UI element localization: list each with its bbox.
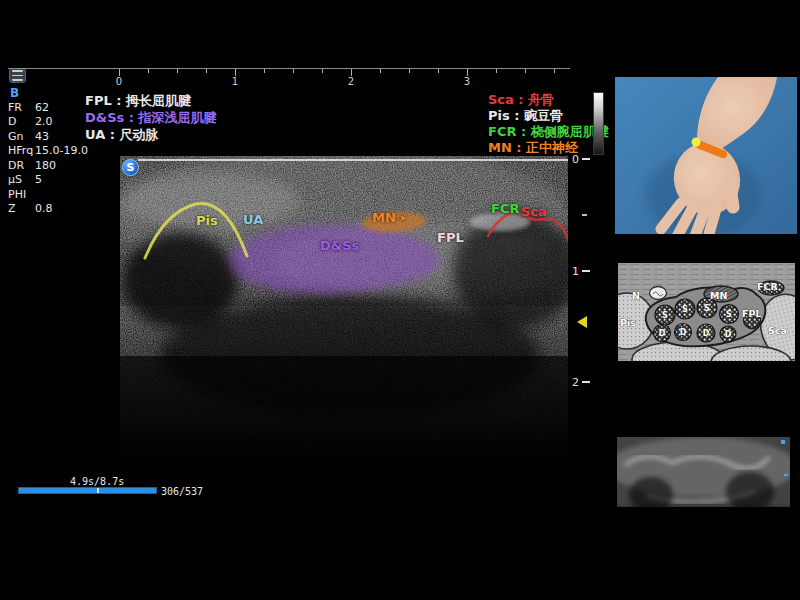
diagram-label-fcr: FCR — [757, 281, 778, 292]
diagram-label-n: N — [632, 290, 640, 301]
focus-marker-arrow[interactable] — [577, 316, 587, 328]
ruler-tick-label: 0 — [109, 76, 129, 87]
ruler-tick — [206, 69, 207, 73]
ruler-tick-label: 2 — [341, 76, 361, 87]
param-value: 0.8 — [35, 202, 53, 217]
ultrasound-image: S PisUAD&SsMN ➤FPLFCRSca — [120, 156, 568, 462]
grayscale-bar — [593, 92, 604, 155]
depth-tick: 1 — [572, 266, 590, 276]
ruler-tick — [467, 69, 468, 76]
param-row: μS5 — [8, 173, 108, 188]
depth-tick: 2 — [572, 377, 590, 387]
svg-text:D: D — [659, 329, 666, 338]
param-label: Gn — [8, 130, 35, 145]
ruler-tick — [438, 69, 439, 73]
us-label-dss: D&Ss — [320, 238, 359, 253]
ruler-tick — [119, 69, 120, 76]
thumb-edge-mark — [784, 474, 788, 476]
playhead[interactable] — [97, 488, 99, 493]
param-row: DR180 — [8, 159, 108, 174]
legend-item-sca: Sca : 舟骨 — [488, 92, 609, 108]
legend-left: FPL : 拇长屈肌腱D&Ss : 指深浅屈肌腱UA : 尺动脉 — [85, 92, 216, 143]
param-value: 5 — [35, 173, 42, 188]
playback-time: 4.9s/8.7s — [70, 476, 124, 487]
param-label: Z — [8, 202, 35, 217]
ruler-tick — [264, 69, 265, 73]
diagram-label-fpl: FPL — [742, 308, 762, 319]
depth-tick-label: 2 — [572, 376, 579, 389]
param-row: HFrq15.0-19.0 — [8, 144, 108, 159]
legend-item-fpl: FPL : 拇长屈肌腱 — [85, 92, 216, 109]
param-value: 180 — [35, 159, 56, 174]
ruler-tick-label: 1 — [225, 76, 245, 87]
probe-orientation-dot — [692, 138, 701, 147]
ruler-tick — [351, 69, 352, 76]
top-ruler-line — [8, 68, 570, 69]
ruler-tick — [525, 69, 526, 73]
param-value: 2.0 — [35, 115, 53, 130]
anatomy-diagram[interactable]: S S S S D D D D N Pis MN FCR FPL Sca — [618, 263, 795, 361]
depth-tick-dash — [582, 270, 590, 272]
param-value: 62 — [35, 101, 49, 116]
probe-position-photo[interactable] — [615, 77, 797, 234]
svg-text:D: D — [680, 328, 687, 337]
ruler-tick — [322, 69, 323, 73]
frame-counter: 306/537 — [161, 486, 203, 497]
legend-right: Sca : 舟骨Pis : 豌豆骨FCR : 桡侧腕屈肌腱MN : 正中神经 — [488, 92, 609, 156]
param-label: HFrq — [8, 144, 35, 159]
thumb — [729, 181, 733, 207]
us-label-fpl: FPL — [437, 230, 464, 245]
ruler-tick — [496, 69, 497, 73]
ruler-tick — [380, 69, 381, 73]
legend-item-dss: D&Ss : 指深浅屈肌腱 — [85, 109, 216, 126]
param-label: μS — [8, 173, 35, 188]
param-label: PHI — [8, 188, 35, 203]
param-row: Z0.8 — [8, 202, 108, 217]
diagram-label-mn: MN — [710, 290, 727, 301]
ultrasound-screen: 0123 B FR62D2.0Gn43HFrq15.0-19.0DR180μS5… — [0, 0, 800, 600]
ruler-tick-label: 3 — [457, 76, 477, 87]
param-row: PHI — [8, 188, 108, 203]
ruler-tick — [148, 69, 149, 73]
depth-tick: 0 — [572, 154, 590, 164]
legend-item-fcr: FCR : 桡侧腕屈肌腱 — [488, 124, 609, 140]
ruler-tick — [293, 69, 294, 73]
us-label-fcr: FCR — [491, 201, 519, 216]
depth-tick-dash — [582, 158, 590, 160]
svg-text:S: S — [662, 311, 668, 320]
ruler-tick — [409, 69, 410, 73]
svg-text:S: S — [704, 304, 710, 313]
depth-tick-label: 0 — [572, 153, 579, 166]
param-label: D — [8, 115, 35, 130]
us-label-ua: UA — [243, 212, 263, 227]
legend-item-ua: UA : 尺动脉 — [85, 126, 216, 143]
us-label-mn: MN ➤ — [372, 210, 407, 225]
mn-pointer-arrow-icon: ➤ — [396, 213, 407, 223]
orientation-marker: S — [122, 159, 139, 176]
diagram-label-sca: Sca — [768, 325, 787, 336]
svg-text:D: D — [703, 329, 710, 338]
svg-text:S: S — [726, 310, 732, 319]
legend-item-pis: Pis : 豌豆骨 — [488, 108, 609, 124]
thumb-corner-mark — [781, 440, 785, 444]
legend-item-mn: MN : 正中神经 — [488, 140, 609, 156]
svg-text:D: D — [725, 330, 732, 339]
param-value: 43 — [35, 130, 49, 145]
ulnar-artery — [650, 287, 667, 300]
reference-ultrasound-thumbnail[interactable] — [617, 437, 790, 522]
us-label-pis: Pis — [196, 213, 218, 228]
ruler-tick — [177, 69, 178, 73]
param-value: 15.0-19.0 — [35, 144, 88, 159]
ruler-tick — [235, 69, 236, 76]
svg-text:S: S — [682, 305, 688, 314]
us-label-sca: Sca — [521, 204, 547, 219]
depth-tick-label: 1 — [572, 265, 579, 278]
ruler-tick — [554, 69, 555, 73]
depth-tick-minor — [582, 214, 587, 216]
playback-progress-bar[interactable] — [18, 487, 157, 494]
depth-tick-dash — [582, 381, 590, 383]
diagram-label-pis: Pis — [620, 317, 636, 328]
menu-icon[interactable] — [9, 68, 26, 83]
param-label: FR — [8, 101, 35, 116]
param-label: DR — [8, 159, 35, 174]
